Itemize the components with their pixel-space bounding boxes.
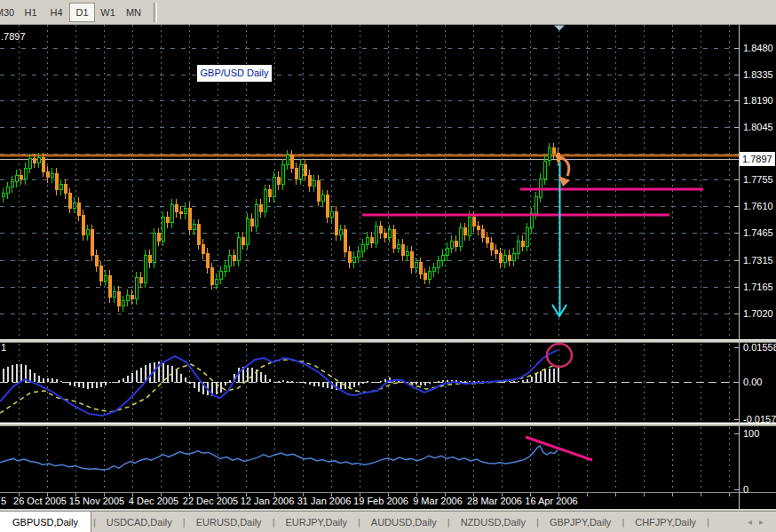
candle-body xyxy=(2,194,4,197)
timeframe-button-h4[interactable]: H4 xyxy=(44,3,69,22)
tab-eurusd-daily[interactable]: EURUSD,Daily xyxy=(187,512,271,532)
symbol-tabbar: GBPUSD,Daily|USDCAD,Daily|EURUSD,Daily|E… xyxy=(0,511,776,532)
candle-body xyxy=(512,253,515,260)
date-label: 31 Jan 2006 xyxy=(297,496,352,506)
candle-body xyxy=(424,274,426,279)
candle-body xyxy=(392,230,395,249)
tab-separator: | xyxy=(534,512,541,532)
candle-body xyxy=(55,173,58,189)
candle-body xyxy=(11,182,13,187)
candle-body xyxy=(477,226,479,230)
candle-body xyxy=(463,228,466,235)
candle-body xyxy=(548,148,550,161)
chart-text-object[interactable]: GBP/USD Daily xyxy=(197,65,272,82)
date-label: 15 Nov 2005 xyxy=(69,496,124,506)
candle-body xyxy=(135,277,138,299)
candle-body xyxy=(179,211,182,213)
candle-body xyxy=(370,237,373,242)
candle-body xyxy=(543,161,546,179)
candle-body xyxy=(295,168,297,179)
candle-body xyxy=(499,253,502,262)
candle-body xyxy=(455,241,457,246)
partial-indicator-label: 1 xyxy=(1,342,6,353)
candle-body xyxy=(330,211,333,217)
timeframe-button-d1[interactable]: D1 xyxy=(69,3,95,22)
candle-body xyxy=(46,171,49,177)
candle-body xyxy=(490,242,493,250)
candle-body xyxy=(228,256,231,266)
candle-body xyxy=(237,237,240,261)
candle-body xyxy=(401,244,404,255)
tab-gbpusd-daily[interactable]: GBPUSD,Daily xyxy=(0,512,91,532)
tab-scroll-left-icon[interactable]: ◂ xyxy=(748,517,759,527)
price-tick-label: 1.7755 xyxy=(743,174,773,185)
timeframe-button-h1[interactable]: H1 xyxy=(18,3,44,22)
candle-body xyxy=(348,251,351,262)
candle-body xyxy=(126,296,129,301)
candle-body xyxy=(255,204,257,226)
chart-canvas[interactable]: 1.84801.83351.81901.80451.77551.76101.74… xyxy=(0,25,776,509)
candle-body xyxy=(206,253,209,267)
tab-nzdusd-daily[interactable]: NZDUSD,Daily xyxy=(452,512,534,532)
tab-audusd-daily[interactable]: AUDUSD,Daily xyxy=(362,512,446,532)
current-price-label: 1.7897 xyxy=(742,154,772,164)
candle-body xyxy=(202,244,204,253)
candle-body xyxy=(144,256,146,283)
candle-body xyxy=(259,204,262,211)
date-label: 26 Oct 2005 xyxy=(13,496,67,506)
candle-body xyxy=(219,272,222,279)
candle-body xyxy=(250,219,253,226)
candle-body xyxy=(99,266,102,281)
candle-body xyxy=(313,181,315,187)
candle-body xyxy=(197,225,200,245)
price-tick-label: 1.8335 xyxy=(743,69,773,80)
candle-body xyxy=(290,155,293,168)
candle-body xyxy=(277,177,280,184)
tab-usdcad-daily[interactable]: USDCAD,Daily xyxy=(98,512,181,532)
candle-body xyxy=(495,250,497,253)
candle-body xyxy=(91,230,93,256)
tab-scroll-right-icon[interactable]: ▸ xyxy=(759,517,771,527)
timeframe-button-w1[interactable]: W1 xyxy=(95,3,121,22)
tab-chfjpy-daily[interactable]: CHFJPY,Daily xyxy=(626,512,705,532)
timeframe-toolbar: M30H1H4D1W1MN xyxy=(0,0,776,25)
osc-tick-label: 0 xyxy=(743,484,748,495)
candle-body xyxy=(59,185,62,190)
chart-plot-background[interactable] xyxy=(0,25,776,509)
candle-body xyxy=(175,204,178,211)
candle-body xyxy=(526,228,528,247)
candle-body xyxy=(33,159,36,163)
candle-body xyxy=(281,164,284,185)
tab-separator: | xyxy=(91,512,98,532)
candle-body xyxy=(472,218,475,226)
candle-body xyxy=(468,218,471,236)
tab-separator: | xyxy=(181,512,187,532)
candle-body xyxy=(215,279,218,284)
candle-body xyxy=(375,226,377,242)
tab-scroll-arrows[interactable]: ◂▸ xyxy=(748,517,771,527)
candle-body xyxy=(82,215,84,235)
date-label: 16 Apr 2006 xyxy=(525,496,577,506)
toolbar-separator xyxy=(154,3,157,22)
candle-body xyxy=(104,275,107,281)
candle-body xyxy=(446,248,448,255)
price-tick-label: 1.7165 xyxy=(743,282,773,292)
candle-body xyxy=(139,277,142,282)
candle-body xyxy=(77,202,80,215)
tab-separator: | xyxy=(620,512,626,532)
candle-body xyxy=(517,241,519,253)
timeframe-button-mn[interactable]: MN xyxy=(121,3,146,22)
tab-separator: | xyxy=(271,512,277,532)
tab-eurjpy-daily[interactable]: EURJPY,Daily xyxy=(276,512,356,532)
candle-body xyxy=(397,244,400,248)
candle-body xyxy=(486,237,488,242)
candle-body xyxy=(157,234,160,241)
timeframe-button-m30[interactable]: M30 xyxy=(0,3,18,22)
candle-body xyxy=(432,268,435,272)
candle-body xyxy=(264,190,266,212)
candle-body xyxy=(42,158,44,171)
candle-body xyxy=(450,241,453,248)
candle-body xyxy=(117,291,120,306)
tab-gbpjpy-daily[interactable]: GBPJPY,Daily xyxy=(541,512,621,532)
candle-body xyxy=(184,208,186,213)
